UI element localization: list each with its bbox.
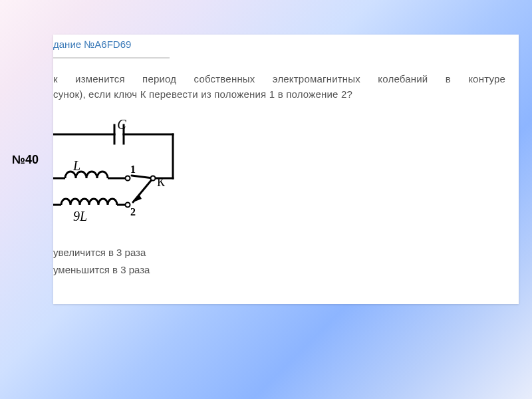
circuit-svg: C L 1 9 xyxy=(53,120,193,233)
question-line-2: сунок), если ключ К перевести из положен… xyxy=(53,86,505,102)
label-C: C xyxy=(117,120,126,132)
label-K: К xyxy=(157,176,166,189)
label-L: L xyxy=(72,158,80,173)
label-9L: 9L xyxy=(73,209,87,223)
switch-arrowhead xyxy=(133,194,142,202)
answer-option-2: уменьшится в 3 раза xyxy=(53,261,150,279)
svg-line-10 xyxy=(132,176,153,178)
question-line-1: к изменится период собственных электрома… xyxy=(53,71,505,86)
slide-background: №40 3 дание №A6FD69 к изменится период с… xyxy=(0,0,532,399)
question-text: к изменится период собственных электрома… xyxy=(53,71,505,102)
answer-list: увеличится в 3 раза уменьшится в 3 раза xyxy=(53,244,150,279)
switch-pivot xyxy=(151,176,156,181)
circuit-diagram: C L 1 9 xyxy=(53,120,193,233)
task-card: дание №A6FD69 к изменится период собстве… xyxy=(53,35,519,304)
slide-number-label: №40 xyxy=(12,153,39,167)
contact-2 xyxy=(126,203,130,207)
answer-option-1: увеличится в 3 раза xyxy=(53,244,150,261)
label-pos1: 1 xyxy=(130,164,136,175)
task-id-header: дание №A6FD69 xyxy=(53,35,170,59)
label-pos2: 2 xyxy=(130,206,136,217)
contact-1 xyxy=(126,176,130,181)
